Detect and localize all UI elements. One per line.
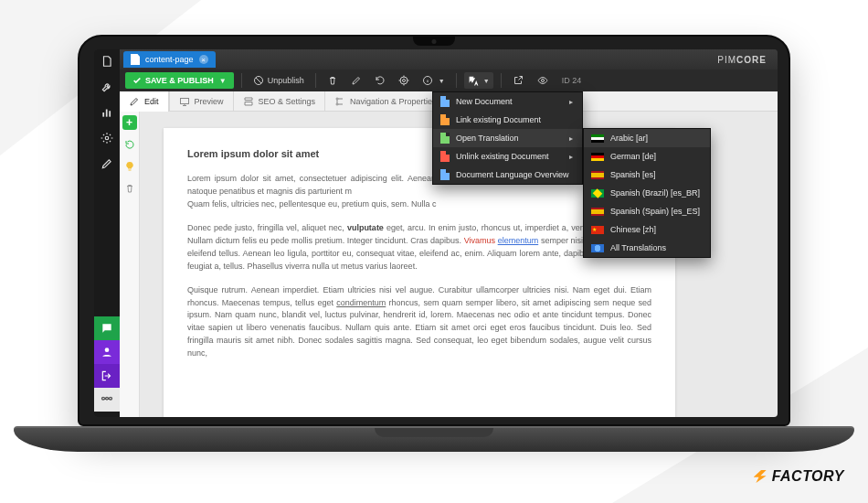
lang-all-translations[interactable]: All Translations (584, 239, 710, 257)
lang-spanish-brazil[interactable]: Spanish (Brazil) [es_BR] (584, 184, 710, 202)
svg-rect-10 (180, 98, 188, 103)
delete-button[interactable] (323, 72, 342, 89)
rail-bottom-buttons (94, 316, 120, 412)
open-external-button[interactable] (509, 72, 527, 89)
wrench-icon[interactable] (101, 80, 113, 93)
tab-navigation[interactable]: Navigation & Properties (324, 91, 446, 112)
rename-button[interactable] (347, 72, 365, 89)
flag-br-icon (591, 189, 604, 198)
brand-logo: PIMCORE (717, 49, 767, 70)
menu-open-translation[interactable]: Open Translation ▸ (433, 129, 582, 147)
document-icon (440, 96, 450, 107)
close-icon[interactable]: × (199, 55, 208, 64)
target-button[interactable] (395, 72, 413, 89)
divider (501, 73, 502, 88)
rail-user-button[interactable] (94, 340, 120, 364)
lang-spanish-spain[interactable]: Spanish (Spain) [es_ES] (584, 202, 710, 220)
document-id: ID 24 (562, 76, 582, 85)
tab-seo[interactable]: SEO & Settings (233, 91, 325, 112)
rail-infinity-button[interactable] (94, 388, 120, 412)
page-icon (131, 54, 140, 65)
svg-point-12 (336, 103, 338, 105)
svg-rect-1 (106, 110, 108, 117)
lang-arabic[interactable]: Arabic [ar] (584, 129, 710, 147)
svg-point-9 (541, 80, 544, 82)
rail-exit-button[interactable] (94, 364, 120, 388)
document-icon (440, 169, 450, 180)
menu-unlink-existing[interactable]: Unlink existing Document ▸ (433, 147, 582, 166)
menu-language-overview[interactable]: Document Language Overview (433, 166, 582, 184)
language-submenu: Arabic [ar] German [de] Spanish [es] Spa… (583, 128, 711, 258)
document-icon (440, 114, 450, 125)
laptop-base (14, 426, 854, 452)
trash-button[interactable] (122, 181, 137, 196)
flag-es-icon (591, 171, 604, 179)
flag-cn-icon (591, 226, 604, 234)
chevron-right-icon: ▸ (569, 153, 573, 161)
pencil-icon[interactable] (101, 157, 113, 170)
tab-navigation-label: Navigation & Properties (350, 97, 437, 106)
tab-label: content-page (145, 55, 194, 64)
svg-point-3 (105, 136, 109, 140)
paragraph-2: Donec pede justo, fringilla vel, aliquet… (187, 222, 651, 273)
factory-logo-text: FACTORY (772, 468, 844, 485)
laptop-screen: content-page × PIMCORE SAVE & PUBLISH ▼ (94, 49, 778, 417)
svg-point-11 (336, 98, 338, 100)
file-icon[interactable] (101, 55, 113, 68)
unpublish-button[interactable]: Unpublish (249, 72, 308, 89)
lang-spanish[interactable]: Spanish [es] (584, 166, 710, 184)
svg-point-7 (402, 80, 405, 82)
globe-icon (591, 244, 604, 252)
flag-es-icon (591, 208, 604, 216)
divider (241, 73, 242, 88)
chevron-down-icon: ▼ (439, 78, 445, 84)
translate-menu: New Document ▸ Link existing Document Op… (432, 91, 583, 185)
save-publish-button[interactable]: SAVE & PUBLISH ▼ (125, 72, 234, 89)
link-elementum[interactable]: elementum (498, 236, 539, 245)
editor-mini-rail: + (120, 112, 140, 417)
laptop-bezel: content-page × PIMCORE SAVE & PUBLISH ▼ (78, 35, 790, 426)
left-rail (94, 49, 120, 417)
info-button[interactable]: ▼ (418, 72, 449, 89)
tab-edit[interactable]: Edit (120, 91, 169, 112)
paragraph-3: Quisque rutrum. Aenean imperdiet. Etiam … (187, 284, 651, 361)
tab-preview-label: Preview (195, 97, 224, 106)
idea-button[interactable] (122, 159, 137, 174)
svg-point-4 (105, 348, 110, 352)
menu-new-document[interactable]: New Document ▸ (433, 92, 582, 111)
divider (456, 73, 457, 88)
document-tabbar: content-page × PIMCORE (120, 49, 778, 70)
lang-chinese[interactable]: Chinese [zh] (584, 220, 710, 239)
main-toolbar: SAVE & PUBLISH ▼ Unpublish ▼ (120, 70, 778, 91)
laptop-camera (413, 37, 455, 46)
document-icon (440, 151, 450, 162)
document-icon (440, 133, 450, 144)
lang-german[interactable]: German [de] (584, 147, 710, 166)
factory-logo: FACTORY (754, 468, 844, 485)
gear-icon[interactable] (101, 132, 113, 144)
view-button[interactable] (533, 72, 553, 89)
reload-button[interactable] (371, 72, 389, 89)
laptop-frame: content-page × PIMCORE SAVE & PUBLISH ▼ (78, 35, 790, 452)
tab-preview[interactable]: Preview (169, 91, 233, 112)
translate-button[interactable]: ▼ (464, 72, 493, 89)
tab-edit-label: Edit (144, 97, 159, 106)
unpublish-label: Unpublish (268, 76, 304, 85)
refresh-block-button[interactable] (122, 137, 137, 152)
flag-de-icon (591, 153, 604, 161)
svg-point-6 (400, 77, 408, 84)
tab-content-page[interactable]: content-page × (123, 51, 216, 68)
chevron-right-icon: ▸ (569, 98, 573, 106)
add-block-button[interactable]: + (122, 115, 137, 130)
chevron-down-icon: ▼ (483, 78, 490, 84)
tab-seo-label: SEO & Settings (259, 97, 316, 106)
flag-ar-icon (591, 134, 604, 143)
stats-icon[interactable] (101, 106, 113, 119)
rail-chat-button[interactable] (94, 316, 120, 340)
save-label: SAVE & PUBLISH (145, 76, 214, 85)
menu-link-existing[interactable]: Link existing Document (433, 111, 582, 129)
bolt-icon (754, 470, 767, 483)
chevron-down-icon[interactable]: ▼ (219, 77, 227, 85)
chevron-right-icon: ▸ (569, 134, 573, 143)
app-root: content-page × PIMCORE SAVE & PUBLISH ▼ (94, 49, 778, 417)
